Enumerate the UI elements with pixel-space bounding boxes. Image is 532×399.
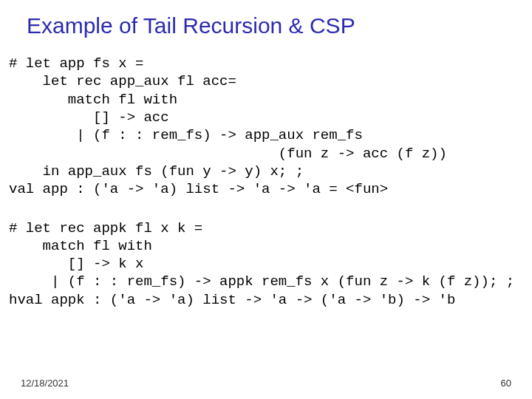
footer-date: 12/18/2021 bbox=[21, 378, 69, 389]
slide-title: Example of Tail Recursion & CSP bbox=[0, 0, 532, 44]
code-block-2: # let rec appk fl x k = match fl with []… bbox=[0, 219, 532, 310]
code-block-1: # let app fs x = let rec app_aux fl acc=… bbox=[0, 55, 532, 199]
footer: 12/18/2021 60 bbox=[21, 378, 511, 389]
slide: Example of Tail Recursion & CSP # let ap… bbox=[0, 0, 532, 399]
footer-page: 60 bbox=[501, 378, 511, 389]
